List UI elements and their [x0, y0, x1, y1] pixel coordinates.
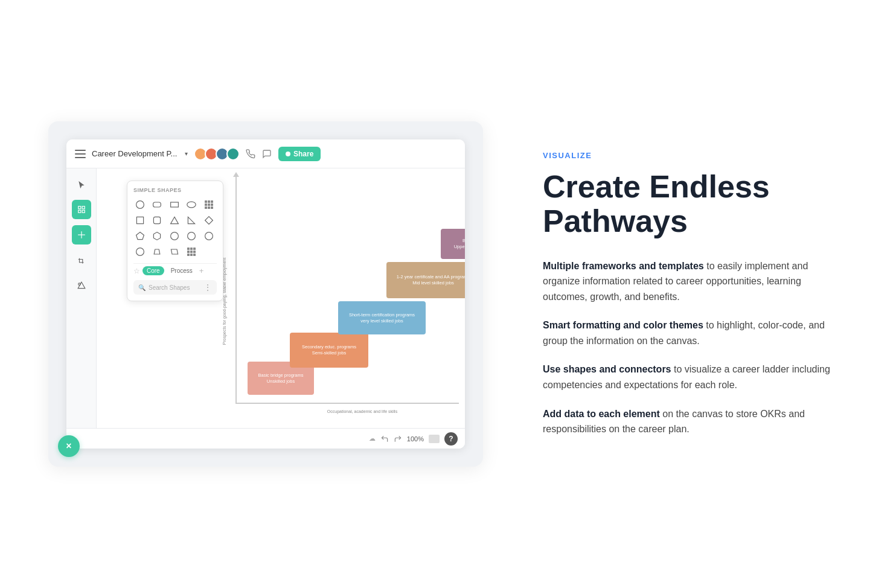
svg-point-20	[205, 232, 213, 240]
svg-point-19	[188, 232, 196, 240]
svg-point-10	[187, 202, 196, 208]
career-box-4: 1-2 year certificate and AA programs Mid…	[386, 262, 465, 298]
feature-3-bold: Use shapes and connectors	[543, 364, 671, 374]
tool-cursor[interactable]	[72, 176, 91, 195]
app-bottombar: ☁ 100% ?	[66, 428, 465, 449]
share-icon	[286, 152, 290, 156]
svg-marker-13	[170, 217, 178, 223]
shape-diamond[interactable]	[202, 214, 216, 227]
undo-icon[interactable]	[380, 435, 389, 443]
shape-circle[interactable]	[133, 198, 147, 211]
search-shapes-input[interactable]: Search Shapes	[149, 284, 200, 291]
phone-icon[interactable]	[246, 149, 255, 159]
main-heading: Create Endless Pathways	[543, 170, 845, 238]
shape-tabs: ☆ Core Process +	[133, 263, 217, 275]
tool-grid-2[interactable]	[72, 225, 91, 244]
shape-grid-pattern[interactable]	[202, 198, 216, 211]
heading-line1: Create Endless	[543, 169, 770, 204]
menu-icon[interactable]	[75, 150, 86, 158]
chat-icon[interactable]	[261, 149, 272, 159]
career-box-5: BA+ programs Upper level skilled jobs	[441, 229, 465, 259]
view-toggle-icon[interactable]	[429, 435, 440, 443]
career-box-3: Short-term certification programs very l…	[338, 301, 426, 334]
shape-large-circle[interactable]	[202, 229, 216, 243]
svg-marker-23	[171, 249, 178, 254]
feature-item-2: Smart formatting and color themes to hig…	[543, 318, 845, 348]
shape-circle-2[interactable]	[168, 229, 181, 243]
collaborator-avatars	[194, 147, 240, 161]
shape-triangle[interactable]	[168, 214, 181, 227]
tab-core[interactable]: Core	[142, 266, 164, 275]
tab-process[interactable]: Process	[167, 266, 197, 275]
share-label: Share	[293, 150, 313, 158]
shape-trapezoid[interactable]	[150, 245, 164, 258]
svg-rect-11	[136, 217, 143, 223]
shape-search[interactable]: 🔍 Search Shapes ⋮	[133, 280, 217, 295]
axis-arrow-up	[233, 172, 239, 177]
shape-rounded-square[interactable]	[150, 214, 164, 227]
svg-marker-14	[188, 217, 195, 223]
svg-marker-17	[154, 232, 161, 240]
svg-marker-16	[136, 232, 144, 240]
app-body: SIMPLE SHAPES	[66, 168, 465, 428]
document-title: Career Development P...	[92, 149, 182, 158]
feature-list: Multiple frameworks and templates to eas…	[543, 258, 845, 437]
app-toolbar: Career Development P... ▾ Share	[66, 139, 465, 168]
zoom-level[interactable]: 100%	[407, 435, 424, 443]
svg-text:Occupational, academic and lif: Occupational, academic and life skills	[327, 409, 398, 414]
section-label: VISUALIZE	[543, 151, 845, 160]
shape-right-triangle[interactable]	[185, 214, 198, 227]
axis-label-horizontal: Occupational, academic and life skills	[242, 405, 465, 417]
add-tab-icon[interactable]: +	[199, 266, 204, 275]
feature-item-4: Add data to each element on the canvas t…	[543, 406, 845, 437]
shape-circle-4[interactable]	[133, 245, 147, 258]
share-button[interactable]: Share	[278, 147, 321, 161]
text-content: VISUALIZE Create Endless Pathways Multip…	[543, 151, 845, 437]
shape-rect[interactable]	[168, 198, 181, 211]
shape-table[interactable]	[185, 245, 198, 258]
shape-rounded-rect[interactable]	[150, 198, 164, 211]
svg-rect-3	[78, 210, 80, 213]
avatar	[226, 147, 240, 161]
shape-parallelogram[interactable]	[168, 245, 181, 258]
svg-marker-22	[155, 249, 161, 254]
canvas-area[interactable]: SIMPLE SHAPES	[97, 168, 465, 428]
favorites-icon[interactable]: ☆	[133, 267, 140, 275]
close-button[interactable]: ×	[58, 435, 80, 457]
tool-crop[interactable]	[72, 252, 91, 271]
heading-line2: Pathways	[543, 203, 688, 238]
diagram-canvas: Prospects for good-paying, stable employ…	[217, 168, 465, 428]
shape-oval[interactable]	[185, 198, 198, 211]
shape-square[interactable]	[133, 214, 147, 227]
tool-shapes[interactable]	[72, 276, 91, 295]
more-options-icon[interactable]: ⋮	[203, 283, 212, 292]
feature-item-1: Multiple frameworks and templates to eas…	[543, 258, 845, 305]
svg-rect-12	[154, 217, 161, 223]
app-window: Career Development P... ▾ Share	[66, 139, 465, 449]
svg-rect-2	[82, 210, 85, 213]
svg-point-18	[170, 232, 178, 240]
svg-rect-1	[82, 206, 85, 209]
svg-point-21	[136, 248, 144, 256]
svg-rect-8	[153, 202, 161, 207]
shape-circle-3[interactable]	[185, 229, 198, 243]
tool-grid-1[interactable]	[72, 200, 91, 219]
shape-hexagon[interactable]	[150, 229, 164, 243]
axis-vertical	[235, 174, 237, 404]
career-box-2: Secondary educ. programs Semi-skilled jo…	[290, 333, 368, 368]
svg-point-6	[78, 283, 80, 286]
redo-icon[interactable]	[394, 435, 402, 443]
help-button[interactable]: ?	[444, 432, 458, 446]
shape-pentagon[interactable]	[133, 229, 147, 243]
svg-rect-9	[170, 202, 178, 207]
app-screenshot: Career Development P... ▾ Share	[48, 121, 483, 467]
svg-rect-0	[78, 206, 80, 209]
search-icon: 🔍	[138, 284, 146, 291]
svg-point-7	[136, 201, 144, 209]
dropdown-arrow-icon[interactable]: ▾	[185, 150, 188, 157]
svg-marker-15	[205, 217, 213, 225]
shape-panel-title: SIMPLE SHAPES	[133, 187, 217, 193]
shape-grid	[133, 198, 217, 258]
feature-2-bold: Smart formatting and color themes	[543, 320, 703, 330]
feature-1-bold: Multiple frameworks and templates	[543, 261, 704, 271]
